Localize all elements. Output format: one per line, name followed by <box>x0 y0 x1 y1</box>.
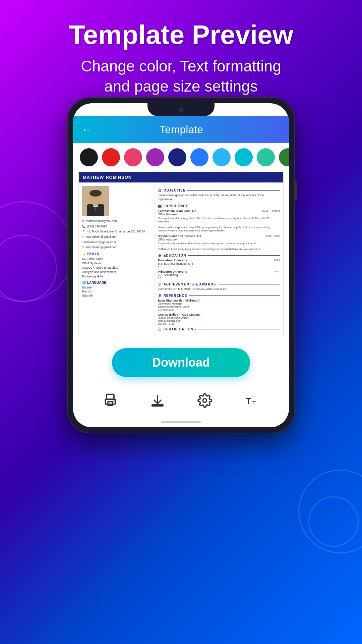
lang-1: English <box>82 286 151 289</box>
side-button <box>295 181 297 201</box>
settings-icon <box>197 393 212 408</box>
language-icon: 🌐 <box>82 281 86 284</box>
exp-date-1: 2016 - Present <box>262 209 280 212</box>
objective-label: OBJECTIVE <box>164 189 186 192</box>
main-title: Template Preview <box>20 20 342 50</box>
exp-desc-2b: Performed basic accounting functions inc… <box>158 248 280 251</box>
person-silhouette <box>82 186 109 216</box>
exp-company-1: Express Inc. /San Jose, CA <box>158 209 197 213</box>
color-purple[interactable] <box>146 148 164 166</box>
skill-1: MS Office Suite <box>82 257 151 261</box>
edu-gpa-2: 3.5 <box>158 277 280 280</box>
exp-desc-1: Managed schedules, organised office func… <box>158 217 280 224</box>
language-section-title: 🌐 LANGUAGE <box>82 281 151 284</box>
color-blue[interactable] <box>190 148 208 166</box>
color-navy[interactable] <box>168 148 186 166</box>
ref-phone-1: 314-999-1234 <box>158 308 280 311</box>
skills-icon: ⚡ <box>82 252 86 256</box>
certifications-section-header: 📋 CERTIFICATIONS <box>158 327 280 331</box>
svg-rect-11 <box>152 405 163 406</box>
download-button[interactable]: Download <box>112 348 250 377</box>
contact-linkedin: in matrobison@gmail.com <box>82 235 151 239</box>
contact-twitter: 𝕏 matrobison@gmail.com <box>82 246 151 250</box>
ref-phone-2: 123-564-9768 <box>158 322 280 325</box>
back-button[interactable]: ← <box>81 123 92 136</box>
reference-section-header: 👤 REFERENCE <box>158 294 280 298</box>
color-cyan[interactable] <box>235 148 253 166</box>
edu-school-1: Princeton University <box>158 259 187 262</box>
ref-title-1: Operations manager <box>158 302 280 305</box>
nav-settings[interactable] <box>197 393 212 408</box>
nav-text-size[interactable]: T T <box>245 393 259 408</box>
edu-school-2: Princeton University <box>158 270 187 273</box>
exp-title-2: Office Assistant <box>158 238 280 241</box>
achievements-icon: 🏆 <box>158 283 162 286</box>
exp-desc-2: Prepared daily, weekly and monthly repor… <box>158 242 280 245</box>
reference-icon: 👤 <box>158 294 162 297</box>
app-title: Template <box>99 123 264 136</box>
edu-date-2: 2011 <box>274 270 280 273</box>
objective-line <box>187 190 280 191</box>
resume-left-col: ✉ matrobison@gmail.com 📞 (123) 456 7895 … <box>79 182 155 336</box>
download-section: Download <box>73 341 289 384</box>
ref-name-2: George Bailey - "CDS Movers" <box>158 313 280 316</box>
nav-download[interactable] <box>150 393 165 408</box>
edu-degree-2: A.A. Accounting <box>158 273 280 277</box>
phone-inner: ← Template MATHEW ROBINSON <box>73 103 289 427</box>
color-red[interactable] <box>102 148 120 166</box>
app-header: ← Template <box>73 116 289 143</box>
objective-section-header: 🎯 OBJECTIVE <box>158 189 280 192</box>
edu-gpa-1: 4 <box>158 265 280 268</box>
experience-label: EXPERIENCE <box>164 204 188 208</box>
color-teal[interactable] <box>257 148 275 166</box>
edu-2-header: Princeton University 2011 <box>158 270 280 273</box>
exp-desc-1b: Slashed office expenditures by $35k by n… <box>158 226 280 233</box>
svg-rect-9 <box>108 402 113 406</box>
linkedin-icon: in <box>82 235 84 239</box>
phone-bottom-bar <box>73 417 289 427</box>
bottom-nav: T T <box>73 384 289 417</box>
lang-3: Spanish <box>82 294 151 297</box>
facebook-icon: f <box>82 241 83 244</box>
nav-print[interactable] <box>103 393 118 408</box>
color-pink[interactable] <box>124 148 142 166</box>
experience-section-header: 💼 EXPERIENCE <box>158 204 280 208</box>
email-icon: ✉ <box>82 220 84 223</box>
certifications-line <box>198 329 280 329</box>
achievements-label: ACHIEVEMENTS & AWARDS <box>164 282 216 286</box>
color-black[interactable] <box>80 148 98 166</box>
resume-right-col: 🎯 OBJECTIVE I seek challenging opportuni… <box>155 182 283 336</box>
ref-title-2: Human Resources Officer <box>158 316 280 319</box>
education-line <box>188 255 280 256</box>
certifications-label: CERTIFICATIONS <box>164 327 196 331</box>
camera-dot <box>179 107 183 112</box>
svg-text:T: T <box>252 400 256 407</box>
svg-point-10 <box>113 400 115 402</box>
location-icon: 📍 <box>82 230 85 233</box>
skill-4: Analysis and assessment <box>82 270 151 274</box>
exp-title-1: Office Manager <box>158 213 280 216</box>
resume-preview: MATHEW ROBINSON <box>78 172 284 336</box>
contact-facebook: f matrobison@gmail.com <box>82 240 151 245</box>
svg-point-5 <box>89 190 102 197</box>
resume-name: MATHEW ROBINSON <box>79 172 283 182</box>
reference-label: REFERENCE <box>164 294 187 298</box>
experience-icon: 💼 <box>158 204 162 208</box>
phone-icon: 📞 <box>82 225 85 228</box>
svg-rect-6 <box>93 203 98 206</box>
color-light-blue[interactable] <box>213 148 231 166</box>
subtitle: Change color, Text formattingand page si… <box>20 56 342 97</box>
edu-degree-1: B.S. Business management <box>158 262 280 265</box>
printer-icon <box>103 393 118 408</box>
phone-notch <box>147 103 215 116</box>
exp-company-2: Simple Functions / Fresno, CA <box>158 234 202 238</box>
color-dark-green[interactable] <box>279 148 289 166</box>
skill-2: CRM Systems <box>82 262 151 265</box>
exp-job-2-header: Simple Functions / Fresno, CA 2012 - 201… <box>158 234 280 238</box>
achievement-1: EMPLOYEE OF THE MONTH February 2018 Expr… <box>158 287 280 291</box>
objective-icon: 🎯 <box>158 189 162 192</box>
color-palette <box>73 143 289 172</box>
svg-point-12 <box>203 399 206 402</box>
resume-body: ✉ matrobison@gmail.com 📞 (123) 456 7895 … <box>79 182 283 336</box>
education-label: EDUCATION <box>164 254 186 257</box>
